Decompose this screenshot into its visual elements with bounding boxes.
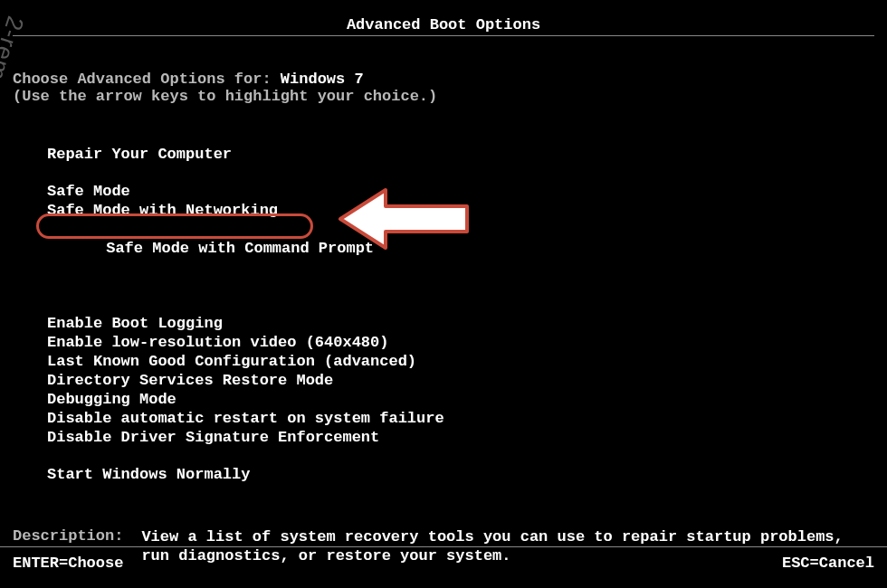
menu-no-driver-sig[interactable]: Disable Driver Signature Enforcement xyxy=(47,428,874,447)
menu-lkgc[interactable]: Last Known Good Configuration (advanced) xyxy=(47,352,874,371)
menu-repair[interactable]: Repair Your Computer xyxy=(47,145,874,164)
menu-low-res[interactable]: Enable low-resolution video (640x480) xyxy=(47,333,874,352)
hint-line: (Use the arrow keys to highlight your ch… xyxy=(13,88,874,105)
menu-safe-mode-cmd-label: Safe Mode with Command Prompt xyxy=(106,240,374,257)
os-name: Windows 7 xyxy=(281,71,364,88)
boot-menu: Repair Your Computer Safe Mode Safe Mode… xyxy=(13,105,874,484)
page-title: Advanced Boot Options xyxy=(13,0,874,33)
menu-ds-restore[interactable]: Directory Services Restore Mode xyxy=(47,371,874,390)
description-label: Description: xyxy=(13,527,123,545)
menu-safe-mode[interactable]: Safe Mode xyxy=(47,182,874,201)
footer-enter: ENTER=Choose xyxy=(13,555,123,572)
menu-safe-mode-networking[interactable]: Safe Mode with Networking xyxy=(47,201,874,220)
menu-start-normal[interactable]: Start Windows Normally xyxy=(47,465,874,484)
choose-line: Choose Advanced Options for: Windows 7 xyxy=(13,36,874,88)
menu-debug[interactable]: Debugging Mode xyxy=(47,390,874,409)
footer-esc: ESC=Cancel xyxy=(782,555,874,572)
choose-prefix: Choose Advanced Options for: xyxy=(13,71,281,88)
footer-bar: ENTER=Choose ESC=Cancel xyxy=(0,546,887,572)
menu-no-auto-restart[interactable]: Disable automatic restart on system fail… xyxy=(47,409,874,428)
menu-boot-logging[interactable]: Enable Boot Logging xyxy=(47,314,874,333)
menu-safe-mode-cmd[interactable]: Safe Mode with Command Prompt xyxy=(47,220,377,296)
